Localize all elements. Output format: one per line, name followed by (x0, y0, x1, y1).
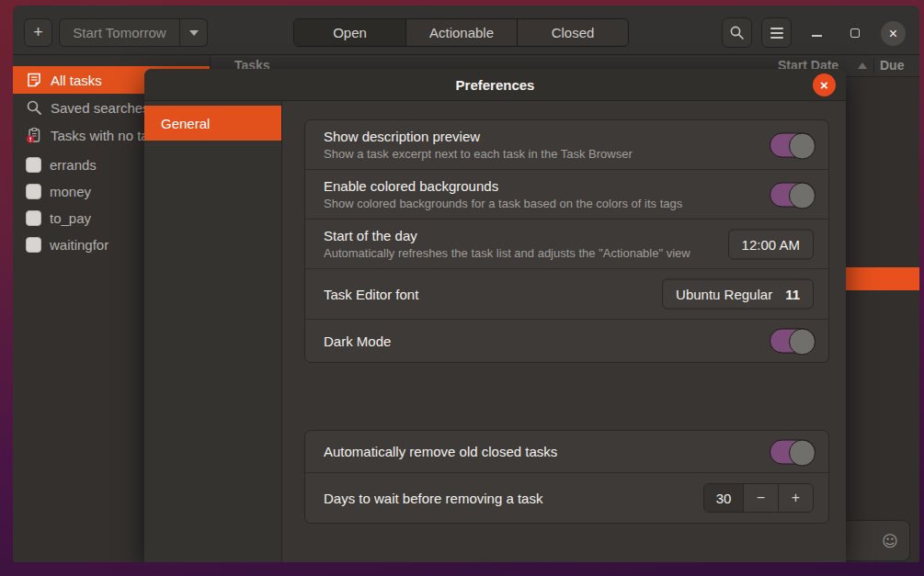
tag-color-swatch (26, 157, 41, 173)
emoji-picker-icon[interactable]: ☺ (882, 532, 898, 550)
minimize-button[interactable] (803, 18, 830, 47)
row-days-to-wait: Days to wait before removing a task 30 −… (305, 472, 828, 523)
view-switcher: Open Actionable Closed (293, 18, 629, 47)
auto-remove-closed-switch[interactable] (770, 439, 816, 464)
start-tomorrow-button[interactable]: Start Tomorrow (59, 18, 180, 47)
row-title: Automatically remove old closed tasks (324, 444, 828, 459)
sidebar-item-label: to_pay (50, 210, 91, 226)
column-due[interactable]: Due (880, 58, 904, 73)
close-icon: × (889, 26, 897, 42)
general-settings-group: Show description preview Show a task exc… (304, 119, 829, 363)
row-title: Dark Mode (324, 333, 828, 349)
row-show-description-preview: Show description preview Show a task exc… (305, 120, 828, 169)
search-icon (729, 25, 745, 40)
column-divider (873, 58, 874, 73)
dark-mode-switch[interactable] (770, 329, 816, 354)
nav-item-general[interactable]: General (144, 106, 281, 141)
maximize-icon (850, 28, 860, 38)
tag-color-swatch (26, 237, 41, 253)
maximize-button[interactable] (841, 18, 869, 47)
increment-button[interactable]: + (778, 484, 813, 512)
tab-actionable[interactable]: Actionable (405, 19, 517, 46)
no-tags-clipboard-icon (26, 127, 42, 143)
tab-closed[interactable]: Closed (517, 19, 628, 46)
decrement-button[interactable]: − (743, 484, 778, 512)
window-close-button[interactable]: × (881, 21, 906, 46)
chevron-down-icon (189, 30, 199, 36)
sort-ascending-icon (858, 62, 867, 69)
dialog-content: Show description preview Show a task exc… (283, 101, 846, 562)
search-button[interactable] (722, 17, 752, 48)
primary-menu-button[interactable] (761, 17, 792, 48)
row-title: Enable colored backgrounds (324, 178, 828, 194)
minimize-icon (812, 35, 822, 37)
sidebar-item-label: Saved searches (51, 100, 150, 116)
gtg-main-window: + Start Tomorrow Open Actionable Closed (13, 6, 919, 562)
dialog-close-button[interactable]: × (813, 73, 836, 96)
start-tomorrow-dropdown[interactable] (180, 18, 208, 47)
row-dark-mode: Dark Mode (305, 319, 828, 362)
row-enable-colored-backgrounds: Enable colored backgrounds Show colored … (305, 169, 828, 219)
clean-up-settings-group: Automatically remove old closed tasks Da… (304, 430, 829, 524)
colored-backgrounds-switch[interactable] (770, 182, 816, 207)
dialog-title: Preferences (456, 77, 535, 93)
close-icon: × (820, 77, 828, 93)
row-subtitle: Show colored backgrounds for a task base… (324, 197, 828, 210)
hamburger-icon (770, 28, 783, 39)
all-tasks-icon (26, 72, 42, 88)
font-name: Ubuntu Regular (676, 287, 772, 302)
tag-color-swatch (26, 210, 41, 226)
sidebar-item-label: money (50, 184, 91, 199)
row-title: Show description preview (324, 129, 828, 144)
font-size: 11 (785, 287, 800, 302)
tag-color-swatch (26, 184, 41, 199)
start-of-day-time-button[interactable]: 12:00 AM (728, 229, 814, 259)
preferences-dialog: Preferences × General Show description p… (144, 69, 846, 562)
sidebar-item-label: All tasks (51, 73, 102, 88)
sidebar-item-label: errands (50, 157, 97, 173)
dialog-titlebar: Preferences × (144, 69, 846, 101)
tab-open[interactable]: Open (294, 19, 405, 46)
row-auto-remove-closed: Automatically remove old closed tasks (305, 431, 828, 472)
show-description-preview-switch[interactable] (770, 132, 816, 157)
row-start-of-day: Start of the day Automatically refreshes… (305, 219, 828, 268)
new-task-button[interactable]: + (24, 18, 52, 47)
sidebar-item-label: waitingfor (50, 237, 108, 253)
dialog-nav-panel: General (144, 101, 282, 562)
days-spinbutton: 30 − + (703, 483, 814, 513)
days-value[interactable]: 30 (704, 484, 743, 512)
saved-searches-icon (26, 99, 42, 116)
row-subtitle: Show a task excerpt next to each task in… (324, 147, 828, 161)
headerbar: + Start Tomorrow Open Actionable Closed (13, 6, 919, 55)
row-task-editor-font: Task Editor font Ubuntu Regular 11 (305, 268, 828, 319)
font-chooser-button[interactable]: Ubuntu Regular 11 (662, 279, 814, 310)
start-tomorrow-splitbutton: Start Tomorrow (59, 18, 208, 47)
